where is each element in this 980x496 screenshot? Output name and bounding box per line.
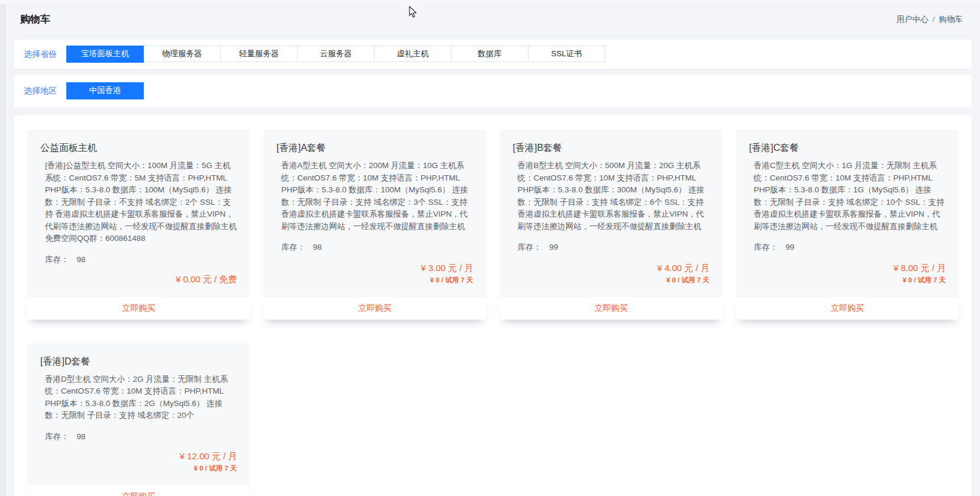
breadcrumb-user-center[interactable]: 用户中心 xyxy=(897,14,929,25)
product-name: [香港]A套餐 xyxy=(276,142,473,154)
price-trial: ¥ 0 / 试用 7 天 xyxy=(40,463,237,474)
card-body: [香港]D套餐 香港D型主机 空间大小：2G 月流量：无限制 主机系统：Cent… xyxy=(27,343,250,485)
card-body: [香港]C套餐 香港C型主机 空间大小：1G 月流量：无限制 主机系统：Cent… xyxy=(736,130,959,297)
product-description: 香港D型主机 空间大小：2G 月流量：无限制 主机系统：CentOS7.6 带宽… xyxy=(40,373,237,422)
region-tabs: 中国香港 xyxy=(66,82,144,99)
stock-line: 库存： 98 xyxy=(40,431,237,442)
tab-virtual-host[interactable]: 虚礼主机 xyxy=(374,46,452,62)
product-card-hk-a: [香港]A套餐 香港A型主机 空间大小：200M 月流量：10G 主机系统：Ce… xyxy=(263,130,486,320)
buy-now-button[interactable]: 立即购买 xyxy=(27,297,250,320)
region-filter-panel: 选择地区 中国香港 xyxy=(14,75,972,107)
buy-now-label: 立即购买 xyxy=(358,303,391,314)
price-main: ¥ 12.00 元 / 月 xyxy=(40,450,237,462)
product-card-hk-b: [香港]B套餐 香港B型主机 空间大小：500M 月流量：20G 主机系统：Ce… xyxy=(500,130,723,320)
page-wrapper: 购物车 用户中心 / 购物车 选择省份 宝塔面板主机 物理服务器 轻量服务器 云… xyxy=(6,4,980,496)
province-filter-label: 选择省份 xyxy=(24,49,66,60)
breadcrumb-cart: 购物车 xyxy=(939,14,963,25)
price-trial: ¥ 0 / 试用 7 天 xyxy=(749,275,946,285)
breadcrumb: 用户中心 / 购物车 xyxy=(897,14,963,25)
card-body: [香港]A套餐 香港A型主机 空间大小：200M 月流量：10G 主机系统：Ce… xyxy=(263,130,486,297)
buy-now-button[interactable]: 立即购买 xyxy=(27,485,250,496)
price-block: ¥ 0.00 元 / 免费 xyxy=(40,265,237,285)
stock-label: 库存： xyxy=(754,242,778,253)
stock-line: 库存： 98 xyxy=(40,255,237,265)
product-description: 香港B型主机 空间大小：500M 月流量：20G 主机系统：CentOS7.6 … xyxy=(513,160,710,233)
stock-label: 库存： xyxy=(281,242,305,253)
page-header: 购物车 用户中心 / 购物车 xyxy=(14,4,972,35)
tab-cloud-server[interactable]: 云服务器 xyxy=(297,46,375,62)
buy-now-button[interactable]: 立即购买 xyxy=(736,297,959,320)
buy-now-label: 立即购买 xyxy=(831,303,864,314)
buy-now-button[interactable]: 立即购买 xyxy=(263,297,486,320)
stock-label: 库存： xyxy=(45,431,69,442)
product-name: [香港]C套餐 xyxy=(749,142,946,154)
province-filter-panel: 选择省份 宝塔面板主机 物理服务器 轻量服务器 云服务器 虚礼主机 数据库 SS… xyxy=(14,40,972,69)
tab-physical-server[interactable]: 物理服务器 xyxy=(143,46,221,62)
product-card-hk-c: [香港]C套餐 香港C型主机 空间大小：1G 月流量：无限制 主机系统：Cent… xyxy=(736,130,959,320)
product-card-grid: 公益面板主机 [香港]公益型主机 空间大小：100M 月流量：5G 主机系统：C… xyxy=(27,130,959,496)
price-main: ¥ 4.00 元 / 月 xyxy=(513,262,710,274)
price-main: ¥ 3.00 元 / 月 xyxy=(276,262,473,274)
price-trial: ¥ 0 / 试用 7 天 xyxy=(276,275,473,285)
price-block: ¥ 12.00 元 / 月 ¥ 0 / 试用 7 天 xyxy=(40,442,237,474)
price-block: ¥ 8.00 元 / 月 ¥ 0 / 试用 7 天 xyxy=(749,254,946,285)
stock-line: 库存： 99 xyxy=(513,242,710,253)
stock-value: 99 xyxy=(549,243,558,252)
stock-value: 98 xyxy=(313,243,322,252)
stock-value: 98 xyxy=(77,432,86,441)
tab-baota-panel-host[interactable]: 宝塔面板主机 xyxy=(66,46,144,63)
page-title: 购物车 xyxy=(20,12,50,26)
tab-lightweight-server[interactable]: 轻量服务器 xyxy=(220,46,298,62)
product-card-hk-d: [香港]D套餐 香港D型主机 空间大小：2G 月流量：无限制 主机系统：Cent… xyxy=(27,343,250,496)
tab-region-hongkong[interactable]: 中国香港 xyxy=(66,82,144,99)
tab-ssl-cert[interactable]: SSL证书 xyxy=(528,46,605,62)
breadcrumb-separator: / xyxy=(933,15,935,24)
price-main: ¥ 8.00 元 / 月 xyxy=(749,262,946,274)
buy-now-label: 立即购买 xyxy=(122,303,155,314)
tab-database[interactable]: 数据库 xyxy=(451,46,528,62)
products-panel: 公益面板主机 [香港]公益型主机 空间大小：100M 月流量：5G 主机系统：C… xyxy=(14,115,972,496)
region-filter-label: 选择地区 xyxy=(24,86,66,96)
product-name: [香港]B套餐 xyxy=(513,142,710,154)
buy-now-label: 立即购买 xyxy=(595,303,628,314)
product-description: 香港C型主机 空间大小：1G 月流量：无限制 主机系统：CentOS7.6 带宽… xyxy=(749,160,946,233)
product-card-public-host: 公益面板主机 [香港]公益型主机 空间大小：100M 月流量：5G 主机系统：C… xyxy=(27,130,250,320)
price-main: ¥ 0.00 元 / 免费 xyxy=(40,273,237,285)
product-description: 香港A型主机 空间大小：200M 月流量：10G 主机系统：CentOS7.6 … xyxy=(276,160,473,233)
stock-line: 库存： 99 xyxy=(749,242,946,253)
card-body: 公益面板主机 [香港]公益型主机 空间大小：100M 月流量：5G 主机系统：C… xyxy=(27,130,250,297)
stock-value: 99 xyxy=(785,243,794,252)
stock-label: 库存： xyxy=(518,242,542,253)
price-block: ¥ 4.00 元 / 月 ¥ 0 / 试用 7 天 xyxy=(513,254,710,285)
price-trial: ¥ 0 / 试用 7 天 xyxy=(513,275,710,285)
buy-now-button[interactable]: 立即购买 xyxy=(500,297,723,320)
card-body: [香港]B套餐 香港B型主机 空间大小：500M 月流量：20G 主机系统：Ce… xyxy=(500,130,723,297)
stock-line: 库存： 98 xyxy=(276,242,473,253)
product-description: [香港]公益型主机 空间大小：100M 月流量：5G 主机系统：CentOS7.… xyxy=(40,160,237,245)
product-name: [香港]D套餐 xyxy=(40,356,237,368)
province-tabs: 宝塔面板主机 物理服务器 轻量服务器 云服务器 虚礼主机 数据库 SSL证书 xyxy=(66,46,605,63)
product-name: 公益面板主机 xyxy=(40,142,237,154)
stock-label: 库存： xyxy=(45,255,69,265)
stock-value: 98 xyxy=(77,255,86,264)
buy-now-label: 立即购买 xyxy=(122,491,155,496)
price-block: ¥ 3.00 元 / 月 ¥ 0 / 试用 7 天 xyxy=(276,254,473,285)
